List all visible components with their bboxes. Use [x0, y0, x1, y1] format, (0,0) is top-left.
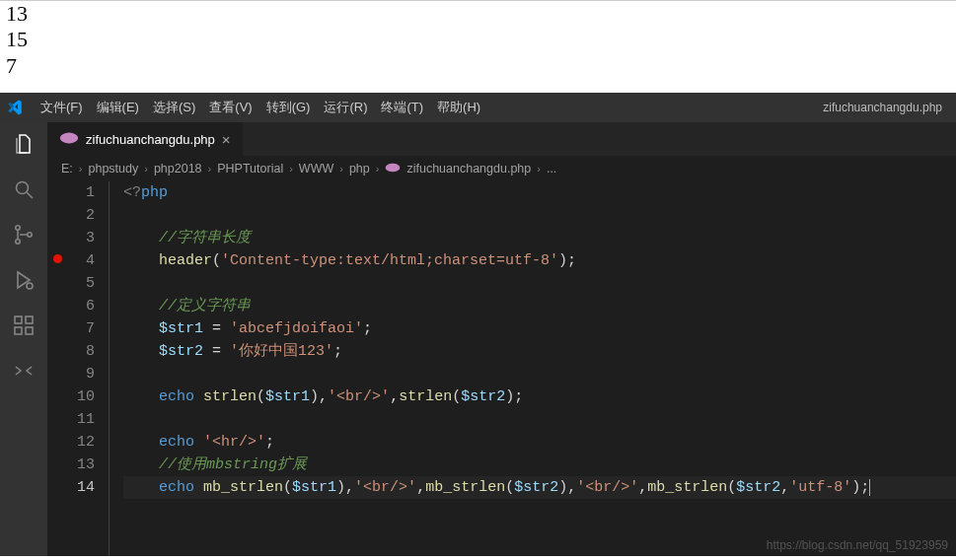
- tab-bar: zifuchuanchangdu.php ×: [47, 122, 956, 156]
- code-editor[interactable]: 1234567891011121314 <?php //字符串长度 header…: [47, 181, 956, 556]
- svg-rect-6: [15, 316, 22, 323]
- tab-close-icon[interactable]: ×: [222, 131, 231, 148]
- window-title: zifuchuanchangdu.php: [823, 101, 950, 114]
- code-token: $str2: [514, 479, 558, 496]
- svg-point-3: [16, 240, 20, 244]
- chevron-right-icon: ›: [144, 163, 148, 175]
- code-token: '<hr/>': [203, 434, 265, 451]
- svg-point-4: [28, 233, 32, 237]
- vscode-logo-icon: [6, 99, 24, 116]
- code-token: strlen: [203, 388, 257, 405]
- menu-select[interactable]: 选择(S): [153, 99, 195, 116]
- tab-active[interactable]: zifuchuanchangdu.php ×: [47, 122, 243, 156]
- line-number: 2: [69, 204, 95, 227]
- svg-point-5: [27, 283, 33, 289]
- breadcrumb-item[interactable]: PHPTutorial: [217, 162, 283, 175]
- line-number: 12: [69, 431, 95, 454]
- menu-view[interactable]: 查看(V): [209, 99, 252, 116]
- code-token: '<br/>': [328, 388, 390, 405]
- code-token: strlen: [399, 388, 452, 405]
- svg-rect-8: [26, 327, 33, 334]
- breadcrumb-item[interactable]: php2018: [154, 162, 202, 175]
- svg-line-1: [27, 192, 33, 198]
- code-token: php: [141, 184, 168, 201]
- line-number: 9: [69, 363, 95, 385]
- code-token: mb_strlen: [203, 479, 283, 496]
- code-token: <?: [123, 184, 141, 201]
- menu-edit[interactable]: 编辑(E): [97, 99, 139, 116]
- breadcrumb-item[interactable]: phpstudy: [88, 162, 138, 175]
- svg-rect-7: [15, 327, 22, 334]
- watermark: https://blog.csdn.net/qq_51923959: [767, 538, 948, 552]
- menu-terminal[interactable]: 终端(T): [381, 99, 423, 116]
- code-token: mb_strlen: [647, 479, 727, 496]
- code-token: echo: [159, 388, 194, 405]
- svg-point-2: [16, 226, 20, 230]
- menu-help[interactable]: 帮助(H): [437, 99, 480, 116]
- main-area: zifuchuanchangdu.php × E: › phpstudy › p…: [0, 122, 956, 556]
- line-number: 8: [69, 340, 95, 363]
- code-token: $str1: [159, 320, 203, 337]
- code-token: header: [159, 252, 212, 269]
- code-token: $str2: [736, 479, 780, 496]
- output-line: 13: [6, 1, 950, 27]
- code-token: '你好中国123': [230, 343, 333, 360]
- code-token: 'utf-8': [789, 479, 851, 496]
- line-number: 11: [69, 408, 95, 431]
- menu-file[interactable]: 文件(F): [40, 99, 83, 116]
- code-token: '<br/>': [576, 479, 638, 496]
- source-control-icon[interactable]: [12, 223, 36, 246]
- breadcrumb[interactable]: E: › phpstudy › php2018 › PHPTutorial › …: [47, 156, 956, 181]
- line-number: 3: [69, 227, 95, 249]
- extensions-icon[interactable]: [12, 314, 36, 337]
- breadcrumb-item[interactable]: WWW: [299, 162, 333, 175]
- breadcrumb-item[interactable]: E:: [61, 162, 73, 175]
- output-line: 15: [6, 27, 950, 52]
- breadcrumb-item[interactable]: zifuchuanchangdu.php: [406, 162, 531, 175]
- code-token: $str1: [265, 388, 310, 405]
- code-token: echo: [159, 434, 194, 451]
- code-token: echo: [159, 479, 194, 496]
- explorer-icon[interactable]: [12, 132, 36, 156]
- menu-go[interactable]: 转到(G): [266, 99, 311, 116]
- run-debug-icon[interactable]: [12, 268, 36, 292]
- code-token: 'abcefjdoifaoi': [230, 320, 363, 337]
- code-token: $str2: [159, 343, 203, 360]
- code-token: $str1: [292, 479, 336, 496]
- code-comment: //字符串长度: [159, 230, 251, 246]
- chevron-right-icon: ›: [208, 163, 212, 175]
- code-lines[interactable]: <?php //字符串长度 header('Content-type:text/…: [109, 181, 956, 556]
- line-number-gutter: 1234567891011121314: [69, 181, 109, 556]
- line-number: 14: [69, 476, 95, 499]
- search-icon[interactable]: [12, 177, 36, 201]
- code-token: '<br/>': [354, 479, 416, 496]
- menu-run[interactable]: 运行(R): [324, 99, 367, 116]
- chevron-right-icon: ›: [79, 163, 83, 175]
- php-file-icon: [385, 162, 401, 176]
- line-number: 6: [69, 295, 95, 317]
- code-comment: //使用mbstring扩展: [159, 456, 307, 473]
- tab-filename: zifuchuanchangdu.php: [86, 132, 215, 147]
- line-number: 7: [69, 317, 95, 340]
- code-token: 'Content-type:text/html;charset=utf-8': [221, 252, 558, 269]
- breadcrumb-item[interactable]: php: [349, 162, 370, 175]
- php-file-icon: [59, 131, 79, 148]
- breakpoint-gutter[interactable]: [47, 181, 69, 556]
- line-number: 4: [69, 249, 95, 272]
- line-number: 5: [69, 272, 95, 295]
- chevron-right-icon: ›: [289, 163, 293, 175]
- line-number: 10: [69, 385, 95, 408]
- code-token: $str2: [461, 388, 505, 405]
- breakpoint-icon[interactable]: [53, 254, 62, 263]
- output-line: 7: [6, 53, 950, 79]
- code-token: mb_strlen: [425, 479, 505, 496]
- chevron-right-icon: ›: [376, 163, 380, 175]
- svg-rect-9: [26, 316, 33, 323]
- titlebar: 文件(F) 编辑(E) 选择(S) 查看(V) 转到(G) 运行(R) 终端(T…: [0, 93, 956, 122]
- browser-output: 13 15 7: [0, 0, 956, 93]
- editor-area: zifuchuanchangdu.php × E: › phpstudy › p…: [47, 122, 956, 556]
- breadcrumb-item[interactable]: ...: [547, 162, 556, 175]
- line-number: 1: [69, 181, 95, 204]
- remote-icon[interactable]: [12, 359, 36, 383]
- chevron-right-icon: ›: [339, 163, 343, 175]
